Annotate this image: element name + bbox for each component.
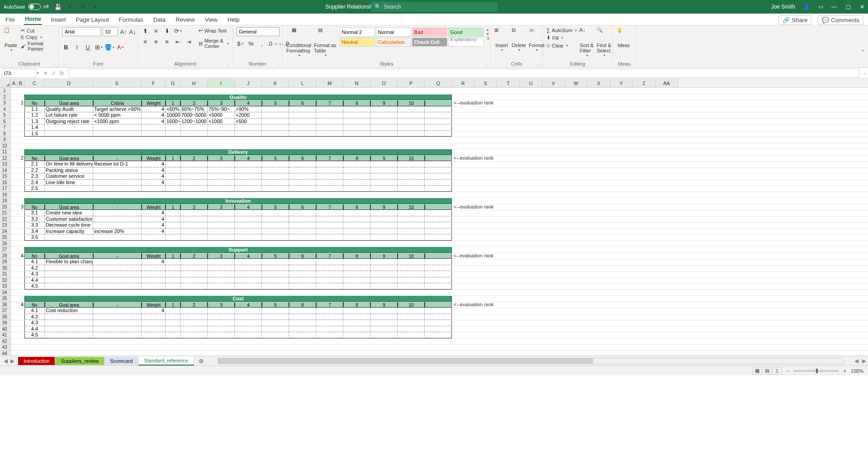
table-cell[interactable]	[235, 320, 262, 326]
table-cell[interactable]: 4	[142, 259, 166, 265]
table-cell[interactable]	[425, 308, 452, 314]
table-cell[interactable]: 4	[142, 167, 166, 174]
table-cell[interactable]	[289, 210, 316, 216]
table-cell[interactable]	[370, 210, 398, 216]
table-cell[interactable]	[262, 210, 289, 216]
row-header-35[interactable]: 35	[0, 295, 11, 302]
col-header-M[interactable]: M	[316, 79, 343, 87]
row-header-9[interactable]: 9	[0, 137, 11, 143]
align-center-icon[interactable]: ≡	[152, 38, 160, 45]
table-cell[interactable]	[262, 314, 289, 320]
col-header-Y[interactable]: Y	[610, 79, 633, 87]
row-header-5[interactable]: 5	[0, 112, 11, 119]
table-cell[interactable]	[208, 259, 235, 265]
table-cell[interactable]	[166, 180, 180, 186]
table-header[interactable]	[425, 204, 452, 210]
tab-formulas[interactable]: Formulas	[118, 14, 144, 25]
table-cell[interactable]	[235, 210, 262, 216]
table-cell[interactable]	[343, 259, 370, 265]
ideas-button[interactable]: 💡Ideas	[617, 27, 631, 48]
table-cell[interactable]: Increase capacity	[45, 228, 93, 235]
row-header-25[interactable]: 25	[0, 234, 11, 241]
tab-help[interactable]: Help	[227, 14, 241, 25]
table-cell[interactable]: 4	[142, 210, 166, 216]
table-cell[interactable]	[343, 283, 370, 290]
next-sheet-icon[interactable]: ▶	[10, 358, 14, 364]
table-cell[interactable]	[343, 167, 370, 174]
table-cell[interactable]	[93, 124, 142, 131]
toggle-off-icon[interactable]	[28, 4, 41, 10]
table-cell[interactable]: Create new idea	[45, 210, 93, 216]
format-painter-button[interactable]: 🖌Format Painter	[21, 40, 55, 52]
col-header-B[interactable]: B	[17, 79, 24, 87]
table-cell[interactable]: 7000~5000	[180, 112, 208, 119]
table-cell[interactable]	[289, 119, 316, 125]
table-cell[interactable]: 4.5	[24, 283, 45, 290]
table-header[interactable]: 2	[180, 204, 208, 210]
expand-formula-icon[interactable]: ⌄	[863, 71, 866, 75]
table-cell[interactable]	[166, 259, 180, 265]
table-cell[interactable]	[166, 216, 180, 223]
table-cell[interactable]	[235, 185, 262, 192]
table-cell[interactable]	[425, 222, 452, 228]
row-header-12[interactable]: 12	[0, 155, 11, 161]
table-cell[interactable]	[166, 320, 180, 326]
table-cell[interactable]	[425, 283, 452, 290]
table-cell[interactable]	[289, 259, 316, 265]
table-cell[interactable]	[289, 167, 316, 174]
col-header-Q[interactable]: Q	[425, 79, 452, 87]
table-cell[interactable]	[370, 112, 398, 119]
table-cell[interactable]: 4	[142, 228, 166, 235]
cut-button[interactable]: ✂Cut	[21, 27, 55, 34]
add-sheet-button[interactable]: ⊕	[194, 357, 209, 365]
table-cell[interactable]	[262, 216, 289, 223]
table-cell[interactable]	[398, 124, 425, 131]
table-cell[interactable]: Customer service	[45, 173, 93, 180]
table-cell[interactable]	[45, 314, 93, 320]
table-cell[interactable]: increase 20%	[93, 228, 142, 235]
table-cell[interactable]: 3.4	[24, 228, 45, 235]
table-cell[interactable]	[142, 185, 166, 192]
table-cell[interactable]	[262, 283, 289, 290]
table-cell[interactable]: 4.1	[24, 308, 45, 314]
row-header-37[interactable]: 37	[0, 308, 11, 314]
font-color-button[interactable]: A▾	[117, 43, 124, 51]
table-cell[interactable]	[398, 228, 425, 235]
table-cell[interactable]	[262, 173, 289, 180]
table-header[interactable]: 3	[208, 302, 235, 308]
table-cell[interactable]	[93, 332, 142, 338]
table-header[interactable]: 10	[398, 204, 425, 210]
table-cell[interactable]	[262, 106, 289, 113]
table-cell[interactable]	[316, 106, 343, 113]
table-cell[interactable]	[316, 185, 343, 192]
copy-button[interactable]: ⎘Copy▾	[21, 34, 55, 40]
table-cell[interactable]	[289, 228, 316, 235]
scroll-right-icon[interactable]: ▶	[860, 358, 868, 364]
style-check-cell[interactable]: Check Cell	[412, 38, 447, 47]
row-header-14[interactable]: 14	[0, 167, 11, 174]
table-cell[interactable]	[93, 259, 142, 265]
table-cell[interactable]: 2.2	[24, 167, 45, 174]
row-header-32[interactable]: 32	[0, 277, 11, 284]
formula-bar[interactable]	[68, 69, 859, 78]
table-cell[interactable]	[316, 271, 343, 277]
section-title[interactable]: Support	[24, 247, 452, 253]
table-cell[interactable]	[289, 332, 316, 338]
col-header-S[interactable]: S	[474, 79, 497, 87]
table-cell[interactable]	[425, 265, 452, 271]
row-header-24[interactable]: 24	[0, 228, 11, 235]
table-cell[interactable]	[398, 314, 425, 320]
table-cell[interactable]	[93, 234, 142, 241]
table-cell[interactable]	[180, 314, 208, 320]
row-header-18[interactable]: 18	[0, 192, 11, 198]
table-cell[interactable]	[343, 308, 370, 314]
table-cell[interactable]	[370, 180, 398, 186]
table-cell[interactable]	[316, 277, 343, 284]
col-header-K[interactable]: K	[262, 79, 289, 87]
table-cell[interactable]	[262, 131, 289, 137]
table-cell[interactable]	[289, 326, 316, 332]
table-cell[interactable]	[425, 124, 452, 131]
table-cell[interactable]: 2.1	[24, 161, 45, 167]
evaluation-rank-label[interactable]: <--evaluation rank	[453, 302, 493, 308]
table-header[interactable]: 6	[289, 100, 316, 106]
